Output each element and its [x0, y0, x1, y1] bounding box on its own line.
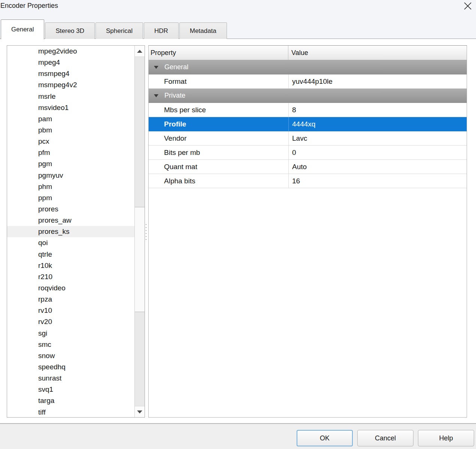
column-header-value[interactable]: Value	[288, 46, 467, 60]
encoder-list: mpeg2videompeg4msmpeg4msmpeg4v2msrlemsvi…	[7, 46, 134, 417]
splitter-dot	[146, 236, 146, 237]
group-row-private[interactable]: Private	[149, 89, 467, 103]
property-row-mbs-per-slice[interactable]: Mbs per slice8	[149, 103, 467, 117]
splitter-dot	[146, 233, 146, 234]
list-item-rv20[interactable]: rv20	[7, 316, 134, 327]
scrollbar-up-button[interactable]	[135, 46, 145, 57]
list-item-speedhq[interactable]: speedhq	[7, 361, 134, 373]
list-item-phm[interactable]: phm	[7, 181, 134, 192]
list-item-ppm[interactable]: ppm	[7, 192, 134, 204]
list-item-rpza[interactable]: rpza	[7, 294, 134, 305]
list-item-msmpeg4v2[interactable]: msmpeg4v2	[7, 79, 134, 91]
property-name: Bits per mb	[149, 146, 288, 159]
splitter-dot	[146, 230, 146, 231]
properties-table: Property Value GeneralFormatyuv444p10leP…	[148, 45, 467, 418]
encoder-list-widget: mpeg2videompeg4msmpeg4msmpeg4v2msrlemsvi…	[7, 45, 145, 418]
pane-splitter-handle[interactable]	[145, 224, 147, 243]
cancel-button[interactable]: Cancel	[357, 430, 413, 446]
window-title: Encoder Properties	[0, 2, 58, 10]
group-label: Private	[164, 92, 185, 100]
tab-hdr[interactable]: HDR	[144, 22, 179, 39]
property-value[interactable]: 4444xq	[288, 117, 467, 131]
list-item-roqvideo[interactable]: roqvideo	[7, 282, 134, 294]
property-row-alpha-bits[interactable]: Alpha bits16	[149, 174, 467, 188]
list-item-msrle[interactable]: msrle	[7, 91, 134, 102]
close-icon	[464, 2, 472, 10]
list-item-rv10[interactable]: rv10	[7, 305, 134, 316]
ok-button[interactable]: OK	[297, 430, 353, 446]
tab-general[interactable]: General	[1, 19, 44, 39]
list-item-pbm[interactable]: pbm	[7, 125, 134, 136]
property-row-profile[interactable]: Profile4444xq	[149, 117, 467, 131]
encoder-list-scrollbar[interactable]	[134, 46, 145, 417]
property-value[interactable]: Lavc	[288, 131, 467, 145]
list-item-r210[interactable]: r210	[7, 271, 134, 282]
list-item-msmpeg4[interactable]: msmpeg4	[7, 68, 134, 79]
list-item-pcx[interactable]: pcx	[7, 136, 134, 147]
collapse-arrow-icon[interactable]	[154, 94, 158, 97]
list-item-mpeg2video[interactable]: mpeg2video	[7, 46, 134, 57]
scrollbar-down-button[interactable]	[135, 406, 145, 417]
list-item-r10k[interactable]: r10k	[7, 260, 134, 271]
list-item-pgm[interactable]: pgm	[7, 158, 134, 169]
list-item-snow[interactable]: snow	[7, 350, 134, 361]
tab-stereo-3d[interactable]: Stereo 3D	[45, 22, 95, 39]
collapse-arrow-icon[interactable]	[154, 66, 158, 69]
property-name: Mbs per slice	[149, 103, 288, 117]
property-value[interactable]: 8	[288, 103, 467, 117]
list-item-qoi[interactable]: qoi	[7, 237, 134, 248]
property-row-format[interactable]: Formatyuv444p10le	[149, 74, 467, 89]
dialog-header: Encoder Properties GeneralStereo 3DSpher…	[0, 0, 476, 39]
column-header-property[interactable]: Property	[149, 46, 288, 60]
tab-metadata[interactable]: Metadata	[179, 22, 227, 39]
footer: OKCancelHelp	[0, 424, 476, 449]
group-row-general[interactable]: General	[149, 60, 467, 74]
property-row-vendor[interactable]: VendorLavc	[149, 131, 467, 146]
help-button[interactable]: Help	[418, 430, 474, 446]
property-row-bits-per-mb[interactable]: Bits per mb0	[149, 146, 467, 160]
list-item-smc[interactable]: smc	[7, 339, 134, 350]
scrollbar-thumb[interactable]	[135, 207, 145, 312]
tab-spherical[interactable]: Spherical	[95, 22, 143, 39]
property-value[interactable]: yuv444p10le	[288, 74, 467, 88]
list-item-prores-aw[interactable]: prores_aw	[7, 215, 134, 226]
property-name: Vendor	[149, 131, 288, 145]
list-item-pgmyuv[interactable]: pgmyuv	[7, 170, 134, 181]
property-name: Quant mat	[149, 160, 288, 174]
dialog-buttons: OKCancelHelp	[297, 430, 474, 446]
property-name: Alpha bits	[149, 174, 288, 188]
property-rows: GeneralFormatyuv444p10lePrivateMbs per s…	[149, 60, 467, 188]
property-name: Profile	[149, 117, 288, 131]
list-item-prores[interactable]: prores	[7, 204, 134, 215]
property-row-quant-mat[interactable]: Quant matAuto	[149, 160, 467, 174]
splitter-dot	[146, 239, 146, 240]
splitter-dot	[146, 227, 146, 228]
list-item-sgi[interactable]: sgi	[7, 328, 134, 339]
scrollbar-down-arrow-icon	[137, 410, 142, 413]
tab-bar: GeneralStereo 3DSphericalHDRMetadata	[1, 19, 228, 39]
list-item-prores-ks[interactable]: prores_ks	[7, 226, 134, 237]
property-value[interactable]: 0	[288, 146, 467, 159]
list-item-sunrast[interactable]: sunrast	[7, 373, 134, 384]
list-item-mpeg4[interactable]: mpeg4	[7, 57, 134, 68]
list-item-msvideo1[interactable]: msvideo1	[7, 102, 134, 113]
close-button[interactable]	[463, 1, 473, 11]
property-value[interactable]: 16	[288, 174, 467, 188]
scrollbar-up-arrow-icon	[137, 50, 142, 53]
list-item-tiff[interactable]: tiff	[7, 407, 134, 418]
list-item-pfm[interactable]: pfm	[7, 147, 134, 158]
list-item-qtrle[interactable]: qtrle	[7, 249, 134, 260]
group-label: General	[164, 63, 188, 71]
property-name: Format	[149, 74, 288, 88]
list-item-pam[interactable]: pam	[7, 113, 134, 125]
list-item-targa[interactable]: targa	[7, 395, 134, 406]
table-header: Property Value	[149, 46, 467, 60]
list-item-svq1[interactable]: svq1	[7, 384, 134, 395]
splitter-dot	[146, 224, 146, 225]
property-value[interactable]: Auto	[288, 160, 467, 174]
